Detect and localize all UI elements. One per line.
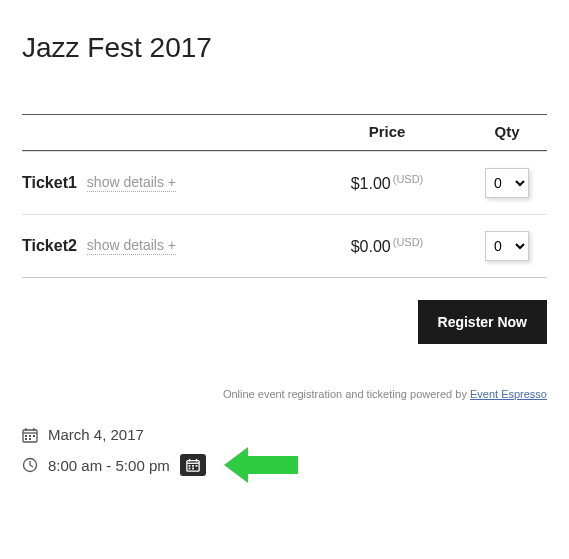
table-row: Ticket1 show details + $1.00(USD) 0	[22, 151, 547, 214]
quantity-stepper[interactable]: 0	[485, 231, 529, 261]
event-time: 8:00 am - 5:00 pm	[48, 457, 170, 474]
qty-header: Qty	[467, 123, 547, 140]
ticket-table: Price Qty Ticket1 show details + $1.00(U…	[22, 114, 547, 278]
page-title: Jazz Fest 2017	[22, 32, 547, 64]
svg-rect-7	[25, 438, 27, 440]
show-details-link[interactable]: show details +	[87, 174, 176, 192]
svg-rect-14	[188, 465, 190, 467]
ticket-price: $1.00(USD)	[307, 173, 467, 193]
price-currency: (USD)	[393, 236, 424, 248]
powered-by-link[interactable]: Event Espresso	[470, 388, 547, 400]
powered-by: Online event registration and ticketing …	[22, 388, 547, 400]
quantity-stepper[interactable]: 0	[485, 168, 529, 198]
price-currency: (USD)	[393, 173, 424, 185]
clock-icon	[22, 457, 38, 473]
calendar-icon	[22, 427, 38, 443]
show-details-link[interactable]: show details +	[87, 237, 176, 255]
register-button[interactable]: Register Now	[418, 300, 547, 344]
svg-rect-5	[29, 435, 31, 437]
svg-rect-17	[188, 468, 190, 470]
add-to-calendar-button[interactable]	[180, 454, 206, 476]
ticket-price: $0.00(USD)	[307, 236, 467, 256]
ticket-name: Ticket2	[22, 237, 77, 255]
price-value: $1.00	[351, 175, 391, 192]
price-value: $0.00	[351, 238, 391, 255]
powered-by-text: Online event registration and ticketing …	[223, 388, 470, 400]
svg-rect-6	[33, 435, 35, 437]
annotation-arrow-icon	[224, 447, 298, 483]
event-date: March 4, 2017	[48, 426, 144, 443]
svg-rect-4	[25, 435, 27, 437]
svg-rect-15	[192, 465, 194, 467]
table-row: Ticket2 show details + $0.00(USD) 0	[22, 214, 547, 277]
price-header: Price	[307, 123, 467, 140]
svg-rect-16	[195, 465, 197, 467]
svg-rect-8	[29, 438, 31, 440]
ticket-name: Ticket1	[22, 174, 77, 192]
svg-rect-18	[192, 468, 194, 470]
table-header: Price Qty	[22, 115, 547, 151]
